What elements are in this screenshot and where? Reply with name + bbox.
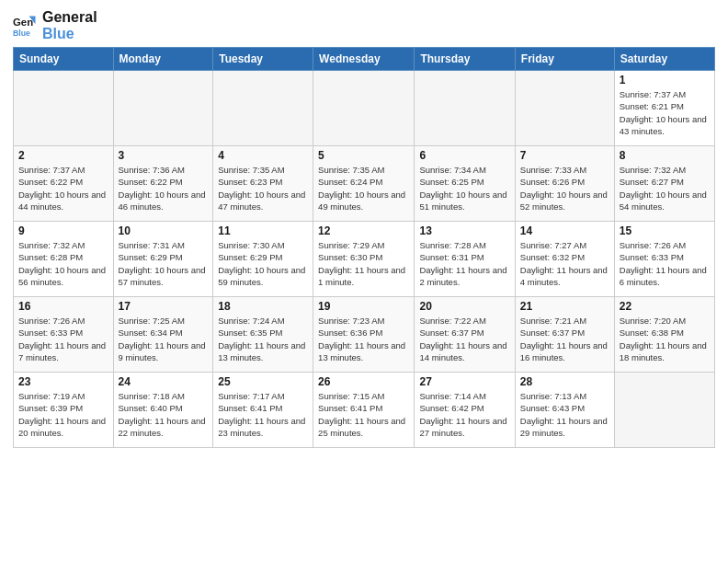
day-info: Sunrise: 7:21 AM Sunset: 6:37 PM Dayligh… — [520, 315, 609, 363]
day-number: 18 — [218, 300, 308, 313]
day-number: 8 — [620, 149, 710, 162]
day-number: 9 — [18, 224, 108, 237]
svg-text:Blue: Blue — [13, 28, 30, 37]
weekday-header: Sunday — [14, 48, 114, 71]
day-number: 26 — [318, 375, 409, 388]
day-info: Sunrise: 7:25 AM Sunset: 6:34 PM Dayligh… — [119, 315, 209, 363]
calendar-table: SundayMondayTuesdayWednesdayThursdayFrid… — [13, 47, 715, 448]
calendar-cell — [113, 71, 213, 146]
day-number: 4 — [218, 149, 308, 162]
day-number: 21 — [520, 300, 609, 313]
calendar-cell: 1Sunrise: 7:37 AM Sunset: 6:21 PM Daylig… — [614, 71, 714, 146]
calendar-cell: 4Sunrise: 7:35 AM Sunset: 6:23 PM Daylig… — [213, 146, 313, 222]
day-number: 27 — [419, 375, 509, 388]
day-number: 3 — [119, 149, 209, 162]
day-info: Sunrise: 7:24 AM Sunset: 6:35 PM Dayligh… — [218, 315, 308, 363]
calendar-cell — [213, 71, 313, 146]
day-number: 28 — [520, 375, 609, 388]
day-info: Sunrise: 7:26 AM Sunset: 6:33 PM Dayligh… — [620, 239, 710, 288]
calendar-cell: 21Sunrise: 7:21 AM Sunset: 6:37 PM Dayli… — [515, 297, 614, 373]
calendar-cell: 2Sunrise: 7:37 AM Sunset: 6:22 PM Daylig… — [14, 146, 114, 222]
calendar-cell: 24Sunrise: 7:18 AM Sunset: 6:40 PM Dayli… — [113, 373, 213, 448]
day-number: 20 — [419, 300, 509, 313]
calendar-cell: 26Sunrise: 7:15 AM Sunset: 6:41 PM Dayli… — [313, 373, 415, 448]
calendar-cell: 5Sunrise: 7:35 AM Sunset: 6:24 PM Daylig… — [313, 146, 415, 222]
day-number: 2 — [18, 149, 108, 162]
day-info: Sunrise: 7:18 AM Sunset: 6:40 PM Dayligh… — [119, 390, 209, 439]
weekday-header: Wednesday — [313, 48, 415, 71]
calendar-cell: 10Sunrise: 7:31 AM Sunset: 6:29 PM Dayli… — [113, 222, 213, 297]
calendar-cell: 25Sunrise: 7:17 AM Sunset: 6:41 PM Dayli… — [213, 373, 313, 448]
calendar-cell: 28Sunrise: 7:13 AM Sunset: 6:43 PM Dayli… — [515, 373, 614, 448]
day-number: 14 — [520, 224, 609, 237]
weekday-header: Thursday — [415, 48, 515, 71]
day-info: Sunrise: 7:15 AM Sunset: 6:41 PM Dayligh… — [318, 390, 409, 439]
calendar-cell — [415, 71, 515, 146]
logo-icon: Gen Blue — [13, 13, 39, 39]
day-number: 1 — [620, 74, 710, 86]
day-number: 23 — [18, 375, 108, 388]
weekday-header: Monday — [113, 48, 213, 71]
calendar-cell: 13Sunrise: 7:28 AM Sunset: 6:31 PM Dayli… — [415, 222, 515, 297]
calendar-cell: 3Sunrise: 7:36 AM Sunset: 6:22 PM Daylig… — [113, 146, 213, 222]
day-info: Sunrise: 7:35 AM Sunset: 6:23 PM Dayligh… — [218, 164, 308, 213]
day-info: Sunrise: 7:23 AM Sunset: 6:36 PM Dayligh… — [318, 315, 409, 363]
day-number: 15 — [620, 224, 710, 237]
day-number: 13 — [419, 224, 509, 237]
day-info: Sunrise: 7:30 AM Sunset: 6:29 PM Dayligh… — [218, 239, 308, 288]
calendar-cell — [313, 71, 415, 146]
calendar-cell: 23Sunrise: 7:19 AM Sunset: 6:39 PM Dayli… — [14, 373, 114, 448]
calendar-cell: 17Sunrise: 7:25 AM Sunset: 6:34 PM Dayli… — [113, 297, 213, 373]
day-number: 17 — [119, 300, 209, 313]
calendar-cell: 22Sunrise: 7:20 AM Sunset: 6:38 PM Dayli… — [614, 297, 714, 373]
day-number: 22 — [620, 300, 710, 313]
day-number: 6 — [419, 149, 509, 162]
calendar-cell — [614, 373, 714, 448]
calendar-cell: 18Sunrise: 7:24 AM Sunset: 6:35 PM Dayli… — [213, 297, 313, 373]
logo-general: General — [42, 9, 97, 26]
calendar-cell: 19Sunrise: 7:23 AM Sunset: 6:36 PM Dayli… — [313, 297, 415, 373]
day-number: 19 — [318, 300, 409, 313]
calendar-cell: 20Sunrise: 7:22 AM Sunset: 6:37 PM Dayli… — [415, 297, 515, 373]
day-number: 10 — [119, 224, 209, 237]
day-number: 11 — [218, 224, 308, 237]
day-info: Sunrise: 7:14 AM Sunset: 6:42 PM Dayligh… — [419, 390, 509, 439]
day-info: Sunrise: 7:28 AM Sunset: 6:31 PM Dayligh… — [419, 239, 509, 288]
weekday-header: Tuesday — [213, 48, 313, 71]
day-info: Sunrise: 7:37 AM Sunset: 6:21 PM Dayligh… — [620, 88, 710, 137]
day-info: Sunrise: 7:35 AM Sunset: 6:24 PM Dayligh… — [318, 164, 409, 213]
calendar-cell: 11Sunrise: 7:30 AM Sunset: 6:29 PM Dayli… — [213, 222, 313, 297]
day-info: Sunrise: 7:34 AM Sunset: 6:25 PM Dayligh… — [419, 164, 509, 213]
day-info: Sunrise: 7:27 AM Sunset: 6:32 PM Dayligh… — [520, 239, 609, 288]
day-info: Sunrise: 7:36 AM Sunset: 6:22 PM Dayligh… — [119, 164, 209, 213]
day-number: 7 — [520, 149, 609, 162]
day-info: Sunrise: 7:37 AM Sunset: 6:22 PM Dayligh… — [18, 164, 108, 213]
weekday-header: Saturday — [614, 48, 714, 71]
day-number: 24 — [119, 375, 209, 388]
weekday-header: Friday — [515, 48, 614, 71]
calendar-cell: 6Sunrise: 7:34 AM Sunset: 6:25 PM Daylig… — [415, 146, 515, 222]
day-number: 25 — [218, 375, 308, 388]
calendar-cell: 27Sunrise: 7:14 AM Sunset: 6:42 PM Dayli… — [415, 373, 515, 448]
day-info: Sunrise: 7:19 AM Sunset: 6:39 PM Dayligh… — [18, 390, 108, 439]
page: Gen Blue General Blue SundayMondayTuesda… — [0, 0, 728, 563]
calendar-cell — [515, 71, 614, 146]
day-info: Sunrise: 7:33 AM Sunset: 6:26 PM Dayligh… — [520, 164, 609, 213]
calendar-cell: 14Sunrise: 7:27 AM Sunset: 6:32 PM Dayli… — [515, 222, 614, 297]
calendar-cell: 15Sunrise: 7:26 AM Sunset: 6:33 PM Dayli… — [614, 222, 714, 297]
calendar-cell — [14, 71, 114, 146]
svg-text:Gen: Gen — [13, 17, 33, 28]
header: Gen Blue General Blue — [13, 9, 715, 41]
calendar-cell: 8Sunrise: 7:32 AM Sunset: 6:27 PM Daylig… — [614, 146, 714, 222]
calendar-cell: 12Sunrise: 7:29 AM Sunset: 6:30 PM Dayli… — [313, 222, 415, 297]
day-info: Sunrise: 7:29 AM Sunset: 6:30 PM Dayligh… — [318, 239, 409, 288]
day-info: Sunrise: 7:22 AM Sunset: 6:37 PM Dayligh… — [419, 315, 509, 363]
day-info: Sunrise: 7:31 AM Sunset: 6:29 PM Dayligh… — [119, 239, 209, 288]
day-info: Sunrise: 7:32 AM Sunset: 6:28 PM Dayligh… — [18, 239, 108, 288]
day-number: 16 — [18, 300, 108, 313]
day-info: Sunrise: 7:17 AM Sunset: 6:41 PM Dayligh… — [218, 390, 308, 439]
calendar-cell: 16Sunrise: 7:26 AM Sunset: 6:33 PM Dayli… — [14, 297, 114, 373]
day-info: Sunrise: 7:20 AM Sunset: 6:38 PM Dayligh… — [620, 315, 710, 363]
day-number: 5 — [318, 149, 409, 162]
day-info: Sunrise: 7:26 AM Sunset: 6:33 PM Dayligh… — [18, 315, 108, 363]
